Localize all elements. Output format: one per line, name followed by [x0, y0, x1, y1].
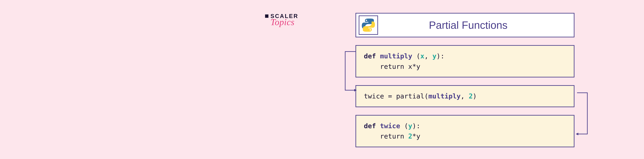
comma: ,	[424, 52, 432, 60]
title-box: Partial Functions	[356, 13, 574, 37]
svg-point-1	[370, 29, 371, 30]
keyword-def: def	[364, 122, 376, 130]
brand-line1: SCALER	[270, 13, 298, 19]
arrow-left	[340, 46, 358, 98]
paren-close: ):	[412, 122, 420, 130]
paren-open: (	[400, 122, 408, 130]
python-icon	[359, 16, 378, 35]
code-box-3: def twice (y): return 2*y	[356, 115, 574, 147]
function-name: twice	[380, 122, 400, 130]
partial-fn: multiply	[428, 92, 460, 100]
diagram-title: Partial Functions	[378, 19, 574, 31]
paren-close: ):	[436, 52, 444, 60]
partial-end: )	[473, 92, 477, 100]
code-box-1: def multiply (x, y): return x*y	[356, 45, 574, 78]
arrow-right	[574, 88, 592, 142]
svg-point-0	[366, 20, 367, 21]
arg-y: y	[432, 52, 436, 60]
diagram: Partial Functions def multiply (x, y): r…	[356, 13, 574, 147]
partial-num: 2	[469, 92, 473, 100]
return-pre: return	[364, 132, 408, 140]
return-num: 2	[408, 132, 412, 140]
arg-y: y	[408, 122, 412, 130]
keyword-def: def	[364, 52, 376, 60]
return-post: *y	[412, 132, 420, 140]
code-box-2: twice = partial(multiply, 2)	[356, 85, 574, 107]
comma: ,	[460, 92, 469, 100]
arg-x: x	[420, 52, 424, 60]
partial-lhs: twice = partial(	[364, 92, 428, 100]
svg-marker-3	[576, 133, 578, 135]
paren-open: (	[412, 52, 420, 60]
brand-logo: SCALER Topics	[270, 13, 298, 27]
return-line: return x*y	[364, 62, 420, 70]
function-name: multiply	[380, 52, 412, 60]
